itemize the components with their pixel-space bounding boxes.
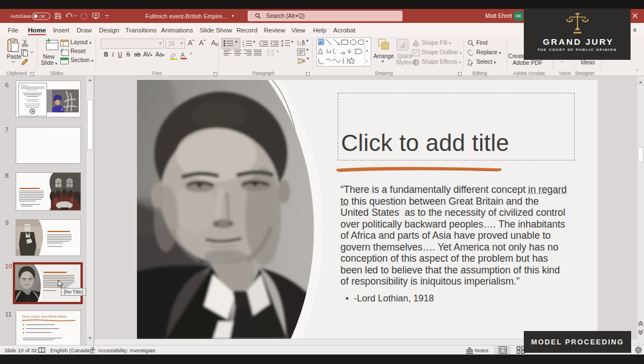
svg-text:A: A [181, 51, 185, 58]
svg-text:Three Colors: New World Orders: Three Colors: New World Orders [22, 315, 67, 318]
svg-text:Off: Off [39, 14, 45, 19]
